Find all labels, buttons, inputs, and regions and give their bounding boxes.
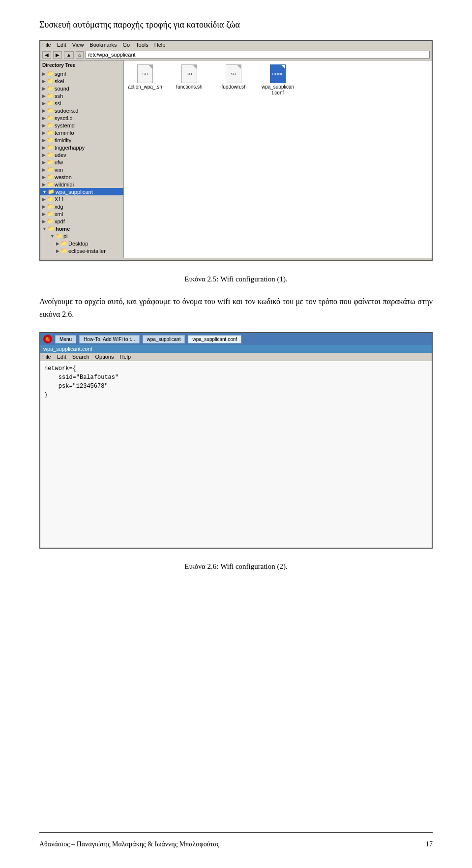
- fm-menu-file[interactable]: File: [42, 42, 51, 48]
- taskbar-menu-label: Menu: [59, 337, 72, 342]
- text-editor-window: 🍓 Menu How-To: Add WiFi to t... wpa_supp…: [40, 333, 432, 548]
- up-button[interactable]: ▲: [64, 51, 74, 59]
- fm-toolbar: ◀ ▶ ▲ ⌂ /etc/wpa_supplicant: [40, 49, 432, 61]
- home-button[interactable]: ⌂: [76, 51, 84, 59]
- tree-item-weston[interactable]: ▶📁weston: [40, 173, 123, 181]
- fm-menu-go[interactable]: Go: [122, 42, 130, 48]
- file-wpa-supplicant-conf[interactable]: CONF wpa_supplicant.conf: [261, 64, 295, 96]
- te-menubar: File Edit Search Options Help: [40, 353, 432, 361]
- file-icon-ifupdown: SH: [226, 64, 241, 83]
- fm-menu-view[interactable]: View: [72, 42, 84, 48]
- taskbar-item-menu[interactable]: Menu: [55, 335, 76, 343]
- fm-menu-tools[interactable]: Tools: [136, 42, 148, 48]
- tree-item-udev[interactable]: ▶📁udev: [40, 151, 123, 158]
- tree-item-ssl[interactable]: ▶📁ssl: [40, 99, 123, 107]
- fm-content: Directory Tree ▶📁sgml ▶📁skel ▶📁sound ▶📁s…: [40, 61, 432, 258]
- file-ifupdown[interactable]: SH ifupdown.sh: [216, 64, 251, 90]
- tree-label: Directory Tree: [40, 62, 123, 70]
- code-line-1: network={: [44, 364, 428, 373]
- fm-sidebar: Directory Tree ▶📁sgml ▶📁skel ▶📁sound ▶📁s…: [40, 61, 124, 258]
- tree-item-xdg[interactable]: ▶📁xdg: [40, 203, 123, 210]
- page-title: Συσκευή αυτόματης παροχής τροφής για κατ…: [39, 20, 433, 30]
- taskbar-howto-label: How-To: Add WiFi to t...: [84, 337, 135, 342]
- raspberry-icon[interactable]: 🍓: [43, 335, 52, 343]
- taskbar-item-howto[interactable]: How-To: Add WiFi to t...: [79, 335, 139, 343]
- tree-item-home[interactable]: ▼📁home: [40, 225, 123, 232]
- file-label-functions: functions.sh: [176, 84, 202, 90]
- tree-item-wildmidi[interactable]: ▶📁wildmidi: [40, 181, 123, 188]
- te-menu-options[interactable]: Options: [95, 354, 114, 360]
- fm-menubar: File Edit View Bookmarks Go Tools Help: [40, 41, 432, 49]
- taskbar-wpa-label: wpa_supplicant: [147, 337, 181, 342]
- fm-menu-help[interactable]: Help: [154, 42, 166, 48]
- tree-item-timidity[interactable]: ▶📁timidity: [40, 136, 123, 144]
- tree-item-vim[interactable]: ▶📁vim: [40, 166, 123, 173]
- fm-main: SH action_wpa_.sh SH functions.sh: [124, 61, 432, 258]
- body-text: Ανοίγουμε το αρχείο αυτό, και γράφουμε τ…: [39, 295, 433, 320]
- code-line-4: }: [44, 391, 428, 400]
- tree-item-sysctl[interactable]: ▶📁sysctl.d: [40, 114, 123, 122]
- address-bar[interactable]: /etc/wpa_supplicant: [86, 51, 430, 59]
- file-manager-window: File Edit View Bookmarks Go Tools Help ◀…: [40, 41, 432, 260]
- tree-item-ssh[interactable]: ▶📁ssh: [40, 92, 123, 99]
- tree-item-terminfo[interactable]: ▶📁terminfo: [40, 129, 123, 136]
- taskbar-item-wpa[interactable]: wpa_supplicant: [143, 335, 185, 343]
- tree-item-skel[interactable]: ▶📁skel: [40, 77, 123, 85]
- tree-item-triggerhappy[interactable]: ▶📁triggerhappy: [40, 144, 123, 151]
- file-functions[interactable]: SH functions.sh: [172, 64, 206, 90]
- te-menu-search[interactable]: Search: [72, 354, 89, 360]
- tree-item-desktop[interactable]: ▶📁Desktop: [40, 240, 123, 247]
- taskbar-item-wpa-conf[interactable]: wpa_supplicant.conf: [188, 335, 241, 343]
- fm-menu-bookmarks[interactable]: Bookmarks: [89, 42, 117, 48]
- file-icon-wpa-supplicant-conf: CONF: [270, 64, 286, 83]
- back-button[interactable]: ◀: [42, 51, 51, 59]
- footer-separator: [39, 832, 433, 833]
- tree-item-wpa-supplicant[interactable]: ▼📁wpa_supplicant: [40, 188, 123, 195]
- page-footer: Αθανάσιος – Παναγιώτης Μαλαμάκης & Ιωάνν…: [39, 840, 433, 848]
- footer-page-number: 17: [426, 840, 433, 848]
- file-label-ifupdown: ifupdown.sh: [220, 84, 246, 90]
- code-line-2: ssid="Balafoutas": [44, 373, 428, 382]
- tree-item-systemd[interactable]: ▶📁systemd: [40, 122, 123, 129]
- caption2: Εικόνα 2.6: Wifi configuration (2).: [39, 562, 433, 571]
- file-label-action-wpa: action_wpa_.sh: [128, 84, 162, 90]
- code-line-3: psk="12345678": [44, 382, 428, 391]
- file-icon-action-wpa: SH: [137, 64, 153, 83]
- tree-item-x11[interactable]: ▶📁X11: [40, 195, 123, 203]
- page-container: Συσκευή αυτόματης παροχής τροφής για κατ…: [0, 0, 472, 868]
- tree-item-eclipse[interactable]: ▶📁eclipse-installer: [40, 247, 123, 254]
- tree-item-pi[interactable]: ▼📁pi: [40, 232, 123, 240]
- tree-item-xpdf[interactable]: ▶📁xpdf: [40, 217, 123, 225]
- screenshot2: 🍓 Menu How-To: Add WiFi to t... wpa_supp…: [39, 332, 433, 549]
- te-title-bar: wpa_supplicant.conf: [40, 345, 432, 353]
- tree-item-sound[interactable]: ▶📁sound: [40, 85, 123, 92]
- fm-menu-edit[interactable]: Edit: [57, 42, 66, 48]
- te-content[interactable]: network={ ssid="Balafoutas" psk="1234567…: [40, 361, 432, 548]
- te-menu-help[interactable]: Help: [119, 354, 131, 360]
- file-icon-functions: SH: [181, 64, 197, 83]
- file-action-wpa[interactable]: SH action_wpa_.sh: [128, 64, 162, 90]
- fm-status-bar: [40, 258, 432, 260]
- taskbar-wpa-conf-label: wpa_supplicant.conf: [192, 337, 237, 342]
- te-taskbar: 🍓 Menu How-To: Add WiFi to t... wpa_supp…: [40, 333, 432, 345]
- tree-item-sudoers[interactable]: ▶📁sudoers.d: [40, 107, 123, 114]
- forward-button[interactable]: ▶: [53, 51, 62, 59]
- te-menu-file[interactable]: File: [42, 354, 51, 360]
- footer-author: Αθανάσιος – Παναγιώτης Μαλαμάκης & Ιωάνν…: [39, 840, 219, 848]
- tree-item-xml[interactable]: ▶📁xml: [40, 210, 123, 217]
- tree-item-sgml[interactable]: ▶📁sgml: [40, 70, 123, 77]
- screenshot1: File Edit View Bookmarks Go Tools Help ◀…: [39, 40, 433, 261]
- caption1: Εικόνα 2.5: Wifi configuration (1).: [39, 275, 433, 283]
- te-menu-edit[interactable]: Edit: [57, 354, 66, 360]
- tree-item-ufw[interactable]: ▶📁ufw: [40, 158, 123, 166]
- file-label-wpa-supplicant-conf: wpa_supplicant.conf: [261, 84, 295, 96]
